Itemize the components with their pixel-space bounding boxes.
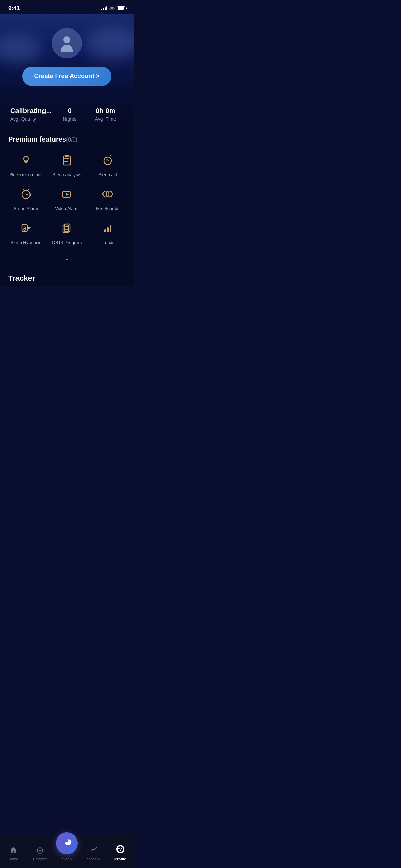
feature-video-alarm[interactable]: Video Alarm <box>49 185 84 211</box>
battery-icon <box>117 6 125 10</box>
avg-time-label: Avg. Time <box>88 116 123 122</box>
feature-smart-alarm[interactable]: Smart Alarm <box>8 185 44 211</box>
svg-point-9 <box>106 160 107 161</box>
wifi-icon <box>109 6 115 10</box>
mix-sounds-icon <box>99 185 116 203</box>
avatar-person-icon <box>60 36 74 50</box>
tracker-title: Tracker <box>8 274 125 286</box>
avg-quality-value: Calibrating... <box>10 107 52 115</box>
premium-count: (0/9) <box>66 137 77 143</box>
feature-sleep-aid[interactable]: Sleep aid <box>90 152 125 177</box>
cbti-program-icon <box>58 219 75 237</box>
sleep-aid-icon <box>99 152 116 169</box>
svg-rect-26 <box>107 227 109 232</box>
tracker-section: Tracker <box>0 270 134 286</box>
svg-rect-25 <box>104 229 106 232</box>
feature-trends[interactable]: Trends <box>90 219 125 245</box>
sleep-analysis-icon <box>58 152 75 169</box>
premium-title: Premium features(0/9) <box>8 135 125 143</box>
feature-sleep-analysis[interactable]: Sleep analysis <box>49 152 84 177</box>
svg-rect-7 <box>65 155 69 157</box>
sleep-recordings-icon <box>17 152 35 169</box>
create-account-button[interactable]: Create Free Account > <box>22 67 111 86</box>
feature-mix-sounds-label: Mix Sounds <box>96 206 119 211</box>
chevron-up-icon: ⌃ <box>64 257 70 265</box>
feature-mix-sounds[interactable]: Mix Sounds <box>90 185 125 211</box>
stats-section: Calibrating... Avg. Quality 0 Nights 0h … <box>0 96 134 129</box>
video-alarm-icon <box>58 185 75 203</box>
chevron-container[interactable]: ⌃ <box>0 254 134 270</box>
feature-sleep-recordings-label: Sleep recordings <box>9 172 43 177</box>
nights-label: Nights <box>52 116 87 122</box>
features-grid: Sleep recordings Sleep analysis <box>8 152 125 251</box>
status-bar: 9:41 <box>0 0 134 14</box>
trends-icon <box>99 219 116 237</box>
feature-sleep-hypnosis-label: Sleep Hypnosis <box>11 240 41 245</box>
feature-cbti-program-label: CBT-I Program <box>52 240 82 245</box>
svg-point-10 <box>109 160 110 161</box>
feature-sleep-recordings[interactable]: Sleep recordings <box>8 152 44 177</box>
status-time: 9:41 <box>8 5 20 12</box>
svg-rect-2 <box>26 163 26 164</box>
feature-sleep-aid-label: Sleep aid <box>98 172 117 177</box>
sleep-hypnosis-icon <box>17 219 35 237</box>
nights-stat: 0 Nights <box>52 107 87 122</box>
status-icons <box>101 6 125 10</box>
hero-section: Create Free Account > <box>0 14 134 96</box>
feature-video-alarm-label: Video Alarm <box>55 206 79 211</box>
svg-marker-15 <box>66 193 69 196</box>
feature-trends-label: Trends <box>101 240 114 245</box>
feature-cbti-program[interactable]: CBT-I Program <box>49 219 84 245</box>
svg-point-19 <box>24 228 26 230</box>
avg-quality-label: Avg. Quality <box>10 116 52 122</box>
svg-rect-27 <box>110 225 111 232</box>
smart-alarm-icon <box>17 185 35 203</box>
avg-quality-stat: Calibrating... Avg. Quality <box>10 107 52 122</box>
avatar <box>52 28 82 58</box>
feature-sleep-analysis-label: Sleep analysis <box>52 172 81 177</box>
nights-value: 0 <box>52 107 87 115</box>
signal-icon <box>101 6 107 10</box>
premium-section: Premium features(0/9) Sleep recordings <box>0 129 134 254</box>
feature-sleep-hypnosis[interactable]: Sleep Hypnosis <box>8 219 44 245</box>
avg-time-value: 0h 0m <box>88 107 123 115</box>
avg-time-stat: 0h 0m Avg. Time <box>88 107 123 122</box>
feature-smart-alarm-label: Smart Alarm <box>14 206 38 211</box>
